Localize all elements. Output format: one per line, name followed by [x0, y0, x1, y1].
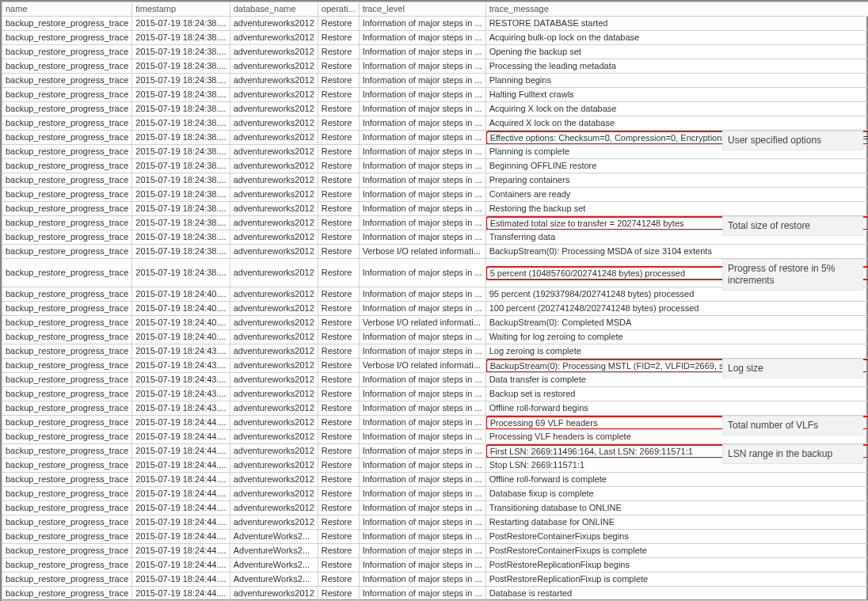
cell-ts: 2015-07-19 18:24:44.... — [132, 558, 230, 572]
table-row[interactable]: backup_restore_progress_trace2015-07-19 … — [2, 59, 869, 74]
table-row[interactable]: backup_restore_progress_trace2015-07-19 … — [2, 501, 869, 515]
cell-msg: Database is restarted — [485, 587, 868, 601]
cell-msg: PostRestoreContainerFixups begins — [485, 530, 868, 544]
cell-db: adventureworks2012 — [230, 344, 318, 359]
cell-level: Information of major steps in ... — [359, 330, 485, 344]
cell-db: adventureworks2012 — [230, 102, 318, 116]
table-row[interactable]: backup_restore_progress_trace2015-07-19 … — [2, 159, 869, 173]
cell-msg: Offline roll-forward is complete — [485, 473, 868, 487]
table-row[interactable]: backup_restore_progress_trace2015-07-19 … — [2, 330, 869, 344]
table-row[interactable]: backup_restore_progress_trace2015-07-19 … — [2, 245, 869, 259]
cell-db: AdventureWorks2... — [230, 572, 318, 587]
cell-op: Restore — [318, 558, 359, 572]
table-row[interactable]: backup_restore_progress_trace2015-07-19 … — [2, 31, 869, 45]
col-operation[interactable]: operati... — [318, 2, 359, 17]
cell-op: Restore — [318, 188, 359, 202]
cell-op: Restore — [318, 330, 359, 344]
table-row[interactable]: backup_restore_progress_trace2015-07-19 … — [2, 45, 869, 59]
table-row[interactable]: backup_restore_progress_trace2015-07-19 … — [2, 387, 869, 401]
cell-name: backup_restore_progress_trace — [2, 216, 132, 230]
cell-op: Restore — [318, 159, 359, 173]
cell-op: Restore — [318, 587, 359, 601]
cell-level: Information of major steps in ... — [359, 45, 485, 59]
cell-ts: 2015-07-19 18:24:38.... — [132, 74, 230, 88]
cell-msg: PostRestoreReplicationFixup is complete — [485, 572, 868, 587]
cell-ts: 2015-07-19 18:24:38.... — [132, 88, 230, 102]
cell-name: backup_restore_progress_trace — [2, 259, 132, 287]
cell-name: backup_restore_progress_trace — [2, 245, 132, 259]
cell-msg: BackupStream(0): Processing MSDA of size… — [485, 245, 868, 259]
cell-ts: 2015-07-19 18:24:44.... — [132, 515, 230, 530]
table-row[interactable]: backup_restore_progress_trace2015-07-19 … — [2, 116, 869, 131]
cell-level: Information of major steps in ... — [359, 287, 485, 302]
table-row[interactable]: backup_restore_progress_trace2015-07-19 … — [2, 102, 869, 116]
cell-ts: 2015-07-19 18:24:40.... — [132, 330, 230, 344]
cell-ts: 2015-07-19 18:24:38.... — [132, 59, 230, 74]
cell-level: Information of major steps in ... — [359, 173, 485, 188]
cell-name: backup_restore_progress_trace — [2, 544, 132, 558]
cell-db: adventureworks2012 — [230, 202, 318, 216]
cell-msg: Acquiring X lock on the database — [485, 102, 868, 116]
callout-progress: Progress of restore in 5% increments — [722, 259, 863, 291]
table-row[interactable]: backup_restore_progress_trace2015-07-19 … — [2, 530, 869, 544]
table-row[interactable]: backup_restore_progress_trace2015-07-19 … — [2, 572, 869, 587]
table-row[interactable]: backup_restore_progress_trace2015-07-19 … — [2, 74, 869, 88]
cell-ts: 2015-07-19 18:24:44.... — [132, 572, 230, 587]
cell-msg: BackupStream(0): Completed MSDA — [485, 316, 868, 330]
col-trace-message[interactable]: trace_message — [485, 2, 868, 17]
cell-db: adventureworks2012 — [230, 501, 318, 515]
cell-name: backup_restore_progress_trace — [2, 416, 132, 430]
table-row[interactable]: backup_restore_progress_trace2015-07-19 … — [2, 558, 869, 572]
cell-name: backup_restore_progress_trace — [2, 45, 132, 59]
cell-level: Information of major steps in ... — [359, 387, 485, 401]
cell-ts: 2015-07-19 18:24:43.... — [132, 344, 230, 359]
cell-db: adventureworks2012 — [230, 188, 318, 202]
cell-op: Restore — [318, 202, 359, 216]
cell-level: Information of major steps in ... — [359, 159, 485, 173]
cell-ts: 2015-07-19 18:24:38.... — [132, 188, 230, 202]
table-row[interactable]: backup_restore_progress_trace2015-07-19 … — [2, 302, 869, 316]
table-row[interactable]: backup_restore_progress_trace2015-07-19 … — [2, 487, 869, 501]
table-row[interactable]: backup_restore_progress_trace2015-07-19 … — [2, 202, 869, 216]
cell-db: adventureworks2012 — [230, 473, 318, 487]
cell-name: backup_restore_progress_trace — [2, 530, 132, 544]
cell-db: adventureworks2012 — [230, 17, 318, 31]
col-timestamp[interactable]: timestamp — [132, 2, 230, 17]
table-row[interactable]: backup_restore_progress_trace2015-07-19 … — [2, 173, 869, 188]
col-database-name[interactable]: database_name — [230, 2, 318, 17]
table-row[interactable]: backup_restore_progress_trace2015-07-19 … — [2, 401, 869, 416]
table-row[interactable]: backup_restore_progress_trace2015-07-19 … — [2, 188, 869, 202]
table-row[interactable]: backup_restore_progress_trace2015-07-19 … — [2, 344, 869, 359]
cell-level: Information of major steps in ... — [359, 17, 485, 31]
cell-level: Information of major steps in ... — [359, 587, 485, 601]
cell-level: Information of major steps in ... — [359, 444, 485, 458]
cell-level: Information of major steps in ... — [359, 572, 485, 587]
cell-ts: 2015-07-19 18:24:44.... — [132, 530, 230, 544]
table-row[interactable]: backup_restore_progress_trace2015-07-19 … — [2, 587, 869, 601]
cell-msg: Transitioning database to ONLINE — [485, 501, 868, 515]
table-row[interactable]: backup_restore_progress_trace2015-07-19 … — [2, 473, 869, 487]
cell-name: backup_restore_progress_trace — [2, 473, 132, 487]
cell-level: Information of major steps in ... — [359, 515, 485, 530]
cell-op: Restore — [318, 230, 359, 245]
table-row[interactable]: backup_restore_progress_trace2015-07-19 … — [2, 17, 869, 31]
cell-name: backup_restore_progress_trace — [2, 487, 132, 501]
table-row[interactable]: backup_restore_progress_trace2015-07-19 … — [2, 515, 869, 530]
cell-ts: 2015-07-19 18:24:44.... — [132, 473, 230, 487]
trace-grid[interactable]: name timestamp database_name operati... … — [2, 2, 868, 601]
col-name[interactable]: name — [2, 2, 132, 17]
cell-level: Information of major steps in ... — [359, 487, 485, 501]
cell-ts: 2015-07-19 18:24:44.... — [132, 458, 230, 473]
cell-db: adventureworks2012 — [230, 458, 318, 473]
table-row[interactable]: backup_restore_progress_trace2015-07-19 … — [2, 88, 869, 102]
cell-level: Information of major steps in ... — [359, 216, 485, 230]
table-row[interactable]: backup_restore_progress_trace2015-07-19 … — [2, 544, 869, 558]
cell-msg: Halting Fulltext crawls — [485, 88, 868, 102]
col-trace-level[interactable]: trace_level — [359, 2, 485, 17]
table-row[interactable]: backup_restore_progress_trace2015-07-19 … — [2, 316, 869, 330]
cell-name: backup_restore_progress_trace — [2, 202, 132, 216]
cell-level: Information of major steps in ... — [359, 131, 485, 145]
cell-ts: 2015-07-19 18:24:38.... — [132, 259, 230, 287]
cell-level: Information of major steps in ... — [359, 116, 485, 131]
cell-db: adventureworks2012 — [230, 587, 318, 601]
